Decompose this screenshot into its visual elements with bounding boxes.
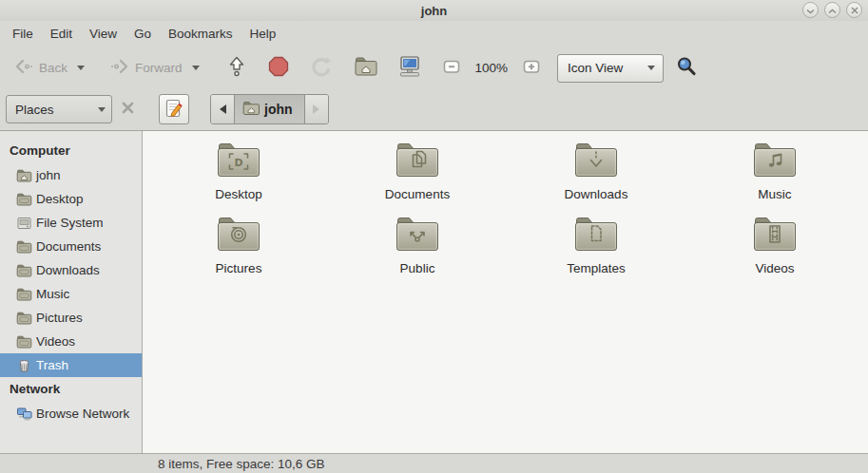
search-icon — [675, 55, 698, 81]
file-label: Videos — [755, 261, 794, 275]
computer-icon — [397, 55, 422, 81]
file-icon-public[interactable]: Public — [328, 214, 507, 288]
search-button[interactable] — [671, 51, 702, 85]
file-icon-documents[interactable]: Documents — [328, 140, 507, 214]
menu-edit[interactable]: Edit — [42, 21, 81, 47]
toggle-path-entry-button[interactable] — [159, 94, 189, 124]
back-icon — [13, 58, 34, 78]
back-label: Back — [39, 61, 68, 75]
file-label: Templates — [567, 261, 626, 275]
forward-history-dropdown[interactable] — [186, 62, 209, 74]
zoom-level: 100% — [475, 61, 509, 75]
sidebar-item-label: Music — [36, 287, 69, 301]
close-button[interactable] — [846, 2, 862, 18]
chevron-up-icon — [828, 3, 837, 17]
file-icon-pictures[interactable]: Pictures — [149, 214, 328, 288]
file-icon-desktop[interactable]: DDesktop — [149, 140, 328, 214]
file-label: Downloads — [565, 187, 628, 201]
menu-go[interactable]: Go — [125, 21, 160, 47]
sidebar-item-desktop[interactable]: Desktop — [0, 187, 142, 211]
templates-folder-icon — [573, 214, 619, 256]
sidebar-item-browse-network[interactable]: Browse Network — [0, 402, 142, 426]
sidepane-select[interactable]: Places — [6, 95, 112, 123]
menu-file[interactable]: File — [4, 21, 42, 47]
content-area: ComputerjohnDesktopFile SystemDocumentsD… — [0, 130, 868, 453]
forward-label: Forward — [135, 61, 183, 75]
back-button[interactable]: Back — [10, 54, 71, 82]
window-controls — [802, 2, 862, 18]
zoom-out-button[interactable] — [437, 52, 466, 84]
drive-icon — [16, 216, 32, 231]
file-view[interactable]: DDesktopDocumentsDownloadsMusicPicturesP… — [143, 131, 868, 453]
sidebar-item-pictures[interactable]: Pictures — [0, 306, 142, 330]
sidebar-item-music[interactable]: Music — [0, 282, 142, 306]
edit-path-icon — [164, 98, 183, 122]
stop-button[interactable] — [264, 52, 293, 84]
maximize-button[interactable] — [824, 2, 840, 18]
file-label: Public — [400, 261, 435, 275]
file-icon-videos[interactable]: Videos — [685, 214, 864, 288]
view-mode-value: Icon View — [568, 61, 623, 75]
sidebar-item-label: Videos — [36, 334, 75, 349]
sidebar-item-documents[interactable]: Documents — [0, 235, 142, 258]
status-text: 8 items, Free space: 10,6 GB — [158, 457, 325, 471]
menu-bookmarks[interactable]: Bookmarks — [160, 21, 241, 47]
sidebar-item-john[interactable]: john — [0, 163, 142, 187]
trash-icon — [16, 358, 32, 373]
breadcrumb-forward-button[interactable] — [305, 95, 328, 123]
sidebar-item-videos[interactable]: Videos — [0, 330, 142, 353]
svg-text:D: D — [234, 157, 242, 169]
refresh-icon — [310, 55, 333, 81]
sidebar-item-downloads[interactable]: Downloads — [0, 258, 142, 282]
breadcrumb: john — [210, 94, 329, 124]
sidebar-item-label: Desktop — [36, 192, 84, 206]
sidebar-item-label: Browse Network — [36, 407, 129, 421]
sidebar-item-label: File System — [36, 216, 104, 230]
file-icon-templates[interactable]: Templates — [507, 214, 685, 288]
pictures-folder-icon — [216, 214, 261, 256]
sidebar-item-file-system[interactable]: File System — [0, 211, 142, 235]
zoom-in-button[interactable] — [517, 52, 546, 84]
forward-icon — [109, 58, 130, 78]
folder-icon — [16, 263, 32, 278]
minimize-button[interactable] — [802, 2, 819, 18]
file-icon-downloads[interactable]: Downloads — [507, 140, 685, 214]
home-button[interactable] — [350, 52, 382, 84]
network-icon — [16, 407, 32, 422]
chevron-down-icon — [77, 66, 85, 70]
refresh-button[interactable] — [306, 51, 337, 85]
chevron-down-icon — [98, 107, 106, 112]
sidebar-section-network: Network — [0, 377, 142, 402]
back-history-dropdown[interactable] — [71, 62, 94, 74]
public-folder-icon — [395, 214, 440, 256]
up-button[interactable] — [222, 51, 251, 85]
desktop-button[interactable] — [394, 51, 426, 85]
breadcrumb-back-button[interactable] — [211, 95, 234, 123]
sidebar-item-label: Pictures — [36, 311, 83, 325]
file-manager-window: john FileEditViewGoBookmarksHelp — [0, 0, 868, 473]
breadcrumb-item-john[interactable]: john — [234, 95, 305, 123]
sidebar-item-trash[interactable]: Trash — [0, 353, 142, 377]
documents-folder-icon — [395, 140, 440, 182]
chevron-down-icon — [647, 66, 655, 70]
file-icon-music[interactable]: Music — [685, 140, 864, 214]
videos-folder-icon — [752, 214, 798, 256]
zoom-out-icon — [441, 56, 462, 80]
view-mode-select[interactable]: Icon View — [557, 54, 664, 83]
desktop-folder-icon: D — [216, 140, 261, 182]
file-label: Documents — [385, 187, 450, 201]
breadcrumb-label: john — [264, 102, 293, 117]
icon-grid: DDesktopDocumentsDownloadsMusicPicturesP… — [149, 140, 868, 288]
toolbar: Back Forward — [0, 47, 868, 88]
titlebar: john — [0, 0, 868, 21]
menu-help[interactable]: Help — [241, 21, 285, 47]
file-label: Desktop — [215, 187, 262, 201]
zoom-in-icon — [521, 56, 542, 80]
sidebar-item-label: Downloads — [36, 263, 100, 277]
forward-button[interactable]: Forward — [106, 54, 186, 82]
close-sidepane-button[interactable] — [118, 98, 138, 121]
folder-icon — [16, 287, 32, 302]
menu-view[interactable]: View — [81, 21, 125, 47]
sidepane-select-value: Places — [15, 103, 96, 117]
downloads-folder-icon — [573, 140, 619, 182]
